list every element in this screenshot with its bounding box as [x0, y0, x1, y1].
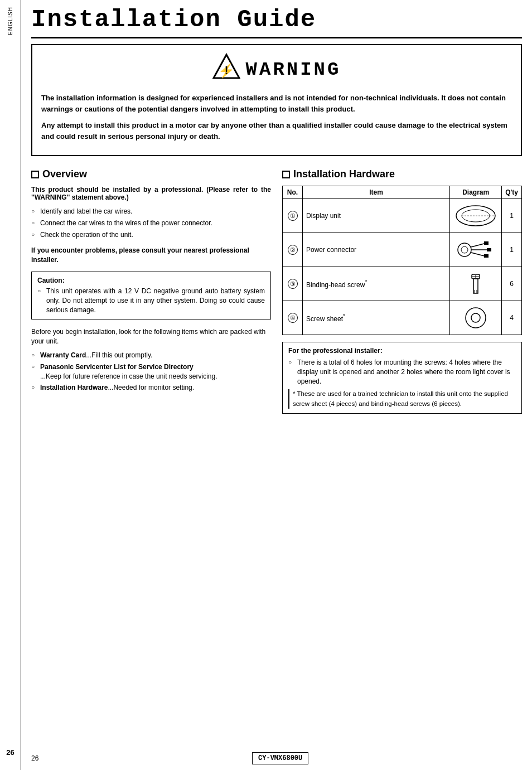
warning-text2: Any attempt to install this product in a… — [41, 120, 512, 142]
hardware-header: Installation Hardware — [282, 168, 522, 180]
power-connector-diagram — [453, 235, 498, 264]
overview-header-box — [31, 171, 39, 178]
two-col-layout: Overview This product should be installe… — [31, 168, 522, 414]
warning-box: ⚡ ! WARNING The installation information… — [31, 44, 522, 156]
row3-item: Binding-head screw* — [303, 267, 450, 301]
main-content: Installation Guide ⚡ ! WARNING The insta… — [21, 0, 532, 436]
hardware-rest: ...Needed for monitor setting. — [108, 384, 194, 391]
bullet-check: Check the operation of the unit. — [31, 230, 271, 240]
row4-diagram — [450, 301, 502, 335]
svg-rect-12 — [487, 248, 491, 251]
row1-no: ① — [283, 199, 303, 233]
row2-diagram — [450, 233, 502, 267]
table-row: ① Display unit — [283, 199, 522, 233]
circle-4: ④ — [288, 313, 298, 323]
title-section: Installation Guide — [31, 6, 522, 38]
pro-box-note: * These are used for a trained technicia… — [288, 389, 516, 409]
display-unit-diagram — [453, 201, 498, 230]
footer-model: CY-VMX6800U — [252, 752, 308, 764]
circle-2: ② — [288, 245, 298, 255]
footer-page: 26 — [31, 754, 38, 762]
caution-text: This unit operates with a 12 V DC negati… — [37, 287, 265, 314]
row4-no: ④ — [283, 301, 303, 335]
table-row: ④ Screw sheet* 4 — [283, 301, 522, 335]
hardware-section: Installation Hardware No. Item Diagram Q… — [282, 168, 522, 414]
caution-title: Caution: — [37, 277, 265, 284]
overview-title: Overview — [42, 168, 87, 180]
svg-point-7 — [461, 246, 468, 253]
row2-no: ② — [283, 233, 303, 267]
sidebar-page-num: 26 — [6, 748, 14, 757]
table-row: ② Power connector — [283, 233, 522, 267]
warranty-rest: ...Fill this out promptly. — [86, 351, 152, 359]
table-header-row: No. Item Diagram Q'ty — [283, 186, 522, 199]
screw-sheet-diagram — [453, 303, 498, 332]
sidebar-lang: ENGLISH — [7, 7, 13, 35]
warranty-label: Warranty Card — [40, 351, 86, 359]
svg-text:!: ! — [224, 64, 228, 76]
hardware-title: Installation Hardware — [293, 168, 395, 180]
circle-1: ① — [288, 211, 298, 221]
hardware-header-box — [282, 171, 290, 178]
row2-item: Power connector — [303, 233, 450, 267]
svg-point-21 — [471, 313, 480, 322]
col-header-no: No. — [283, 186, 303, 199]
pro-box-title: For the professional installer: — [288, 347, 516, 355]
overview-section: Overview This product should be installe… — [31, 168, 271, 414]
circle-3: ③ — [288, 279, 298, 289]
row1-qty: 1 — [502, 199, 522, 233]
packed-item-panasonic: Panasonic Servicenter List for Service D… — [31, 362, 271, 381]
col-header-item: Item — [303, 186, 450, 199]
warning-header: ⚡ ! WARNING — [41, 53, 512, 86]
before-text: Before you begin installation, look for … — [31, 327, 271, 346]
col-header-diagram: Diagram — [450, 186, 502, 199]
col-header-qty: Q'ty — [502, 186, 522, 199]
caution-box: Caution: This unit operates with a 12 V … — [31, 272, 271, 319]
sidebar: ENGLISH 26 — [0, 0, 21, 770]
bullet-identify: Identify and label the car wires. — [31, 207, 271, 216]
row4-qty: 4 — [502, 301, 522, 335]
panasonic-label: Panasonic Servicenter List for Service D… — [40, 363, 194, 371]
svg-rect-11 — [484, 241, 489, 245]
warning-text1: The installation information is designed… — [41, 93, 512, 114]
screw-diagram — [453, 269, 498, 298]
packed-item-warranty: Warranty Card...Fill this out promptly. — [31, 351, 271, 360]
packed-item-hardware: Installation Hardware...Needed for monit… — [31, 383, 271, 393]
overview-bullets: Identify and label the car wires. Connec… — [31, 207, 271, 239]
consult-text: If you encounter problems, please consul… — [31, 246, 271, 265]
overview-intro: This product should be installed by a pr… — [31, 186, 271, 201]
overview-header: Overview — [31, 168, 271, 180]
pro-box-bullet: There is a total of 6 holes for mounting… — [288, 358, 516, 386]
page-title: Installation Guide — [31, 6, 522, 33]
svg-line-8 — [471, 244, 484, 247]
row3-diagram — [450, 267, 502, 301]
footer: 26 CY-VMX6800U — [21, 752, 532, 764]
svg-rect-13 — [484, 254, 489, 258]
row4-item: Screw sheet* — [303, 301, 450, 335]
pro-installer-box: For the professional installer: There is… — [282, 342, 522, 414]
row3-qty: 6 — [502, 267, 522, 301]
panasonic-rest: ...Keep for future reference in case the… — [40, 372, 217, 380]
row2-qty: 1 — [502, 233, 522, 267]
warning-icon: ⚡ ! — [212, 53, 240, 86]
hardware-label: Installation Hardware — [40, 384, 108, 391]
table-row: ③ Binding-head screw* — [283, 267, 522, 301]
warning-title: WARNING — [246, 59, 341, 80]
row3-no: ③ — [283, 267, 303, 301]
hardware-table: No. Item Diagram Q'ty ① Display unit — [282, 186, 522, 335]
bullet-connect: Connect the car wires to the wires of th… — [31, 219, 271, 228]
packed-items-list: Warranty Card...Fill this out promptly. … — [31, 351, 271, 393]
row1-diagram — [450, 199, 502, 233]
svg-rect-15 — [473, 279, 478, 293]
svg-point-6 — [458, 243, 471, 256]
svg-point-20 — [466, 308, 486, 328]
svg-line-10 — [471, 253, 484, 256]
row1-item: Display unit — [303, 199, 450, 233]
